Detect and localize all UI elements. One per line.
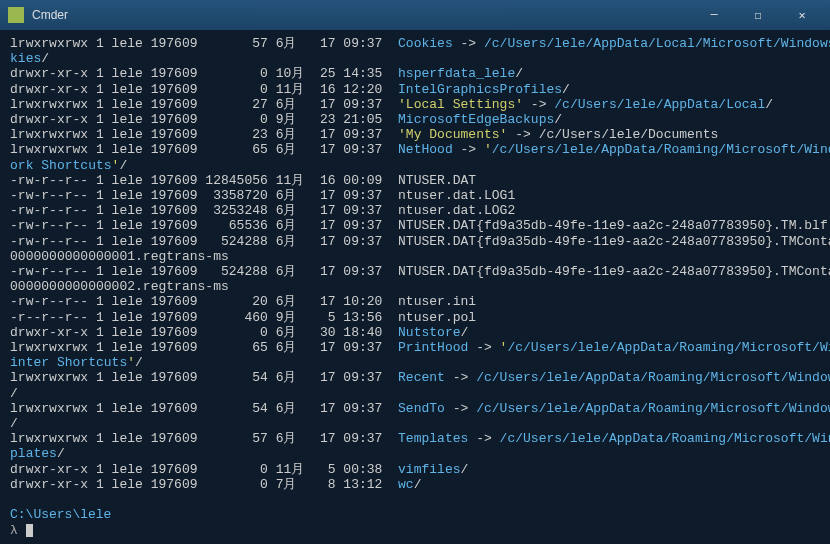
minimize-button[interactable]: ─ [694,3,734,27]
titlebar[interactable]: Cmder ─ ☐ ✕ [0,0,830,30]
ls-row: drwxr-xr-x 1 lele 197609 0 7月 8 13:12 wc… [10,477,820,492]
terminal-body[interactable]: lrwxrwxrwx 1 lele 197609 57 6月 17 09:37 … [0,30,830,542]
prompt-input-line[interactable]: λ [10,523,820,538]
ls-row: lrwxrwxrwx 1 lele 197609 54 6月 17 09:37 … [10,370,820,400]
ls-row: -rw-r--r-- 1 lele 197609 524288 6月 17 09… [10,234,820,264]
ls-row: lrwxrwxrwx 1 lele 197609 54 6月 17 09:37 … [10,401,820,431]
close-button[interactable]: ✕ [782,3,822,27]
ls-row: drwxr-xr-x 1 lele 197609 0 9月 23 21:05 M… [10,112,820,127]
ls-row: lrwxrwxrwx 1 lele 197609 65 6月 17 09:37 … [10,142,820,172]
app-icon [8,7,24,23]
ls-row: -rw-r--r-- 1 lele 197609 65536 6月 17 09:… [10,218,820,233]
ls-row: drwxr-xr-x 1 lele 197609 0 11月 5 00:38 v… [10,462,820,477]
ls-row: -rw-r--r-- 1 lele 197609 12845056 11月 16… [10,173,820,188]
ls-row: lrwxrwxrwx 1 lele 197609 57 6月 17 09:37 … [10,431,820,461]
ls-row: lrwxrwxrwx 1 lele 197609 27 6月 17 09:37 … [10,97,820,112]
ls-row: drwxr-xr-x 1 lele 197609 0 6月 30 18:40 N… [10,325,820,340]
ls-row: lrwxrwxrwx 1 lele 197609 23 6月 17 09:37 … [10,127,820,142]
prompt-line: C:\Users\lele [10,507,820,522]
ls-row: lrwxrwxrwx 1 lele 197609 65 6月 17 09:37 … [10,340,820,370]
ls-row: drwxr-xr-x 1 lele 197609 0 10月 25 14:35 … [10,66,820,81]
ls-row: drwxr-xr-x 1 lele 197609 0 11月 16 12:20 … [10,82,820,97]
ls-row: -r--r--r-- 1 lele 197609 460 9月 5 13:56 … [10,310,820,325]
ls-row: -rw-r--r-- 1 lele 197609 3358720 6月 17 0… [10,188,820,203]
maximize-button[interactable]: ☐ [738,3,778,27]
ls-row: -rw-r--r-- 1 lele 197609 3253248 6月 17 0… [10,203,820,218]
ls-row: -rw-r--r-- 1 lele 197609 524288 6月 17 09… [10,264,820,294]
cursor-icon [26,524,33,537]
ls-row: lrwxrwxrwx 1 lele 197609 57 6月 17 09:37 … [10,36,820,66]
window-title: Cmder [32,8,694,22]
blank-line [10,492,820,507]
window-controls: ─ ☐ ✕ [694,3,822,27]
ls-row: -rw-r--r-- 1 lele 197609 20 6月 17 10:20 … [10,294,820,309]
